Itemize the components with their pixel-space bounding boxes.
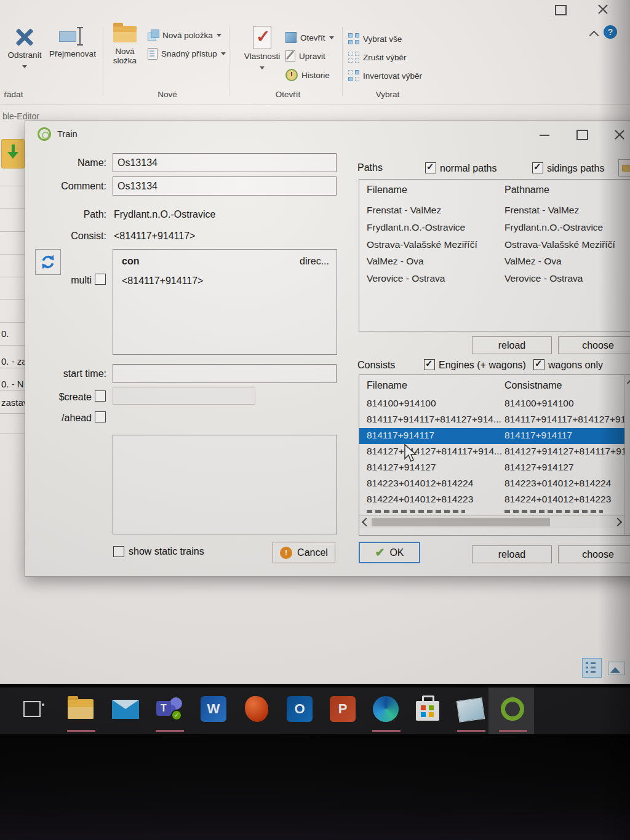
- consist-row[interactable]: 814223+014012+814224814223+014012+814224: [359, 476, 630, 492]
- mail-button[interactable]: [112, 696, 139, 723]
- new-item-button[interactable]: Nová položka: [148, 30, 221, 41]
- powerpoint-button[interactable]: P: [330, 696, 356, 722]
- history-button[interactable]: Historie: [285, 69, 330, 81]
- create-checkbox[interactable]: [95, 390, 106, 402]
- multi-checkbox[interactable]: [95, 274, 106, 285]
- explorer-maximize-button[interactable]: [555, 5, 567, 18]
- delete-button[interactable]: Odstranit: [5, 26, 44, 71]
- show-static-trains-checkbox[interactable]: [113, 546, 124, 557]
- path-row[interactable]: Verovice - OstravaVerovice - Ostrava: [359, 271, 630, 287]
- tablet-app-button[interactable]: [458, 696, 485, 723]
- explorer-close-button[interactable]: [597, 3, 609, 15]
- paths-choose-button[interactable]: choose: [558, 336, 630, 354]
- scroll-left-icon[interactable]: [362, 518, 370, 526]
- ahead-checkbox[interactable]: [95, 411, 106, 422]
- wagons-only-checkbox[interactable]: [533, 359, 544, 370]
- sidings-paths-checkbox[interactable]: [532, 162, 543, 173]
- file-explorer-button[interactable]: [68, 696, 95, 723]
- scrollbar-thumb[interactable]: [372, 518, 550, 526]
- consists-list[interactable]: Filename Consistname 814100+914100814100…: [359, 374, 630, 536]
- con-column-header[interactable]: con: [122, 256, 139, 267]
- chevron-down-icon: [329, 36, 334, 39]
- file-explorer-icon: [68, 699, 94, 719]
- download-arrow-icon[interactable]: [1, 139, 25, 168]
- consist-detail-list[interactable]: con direc... <814117+914117>: [113, 249, 337, 355]
- dialog-close-button[interactable]: [613, 129, 626, 141]
- new-item-icon: [148, 30, 159, 41]
- rename-label: Přejmenovat: [46, 49, 100, 58]
- consists-choose-button[interactable]: choose: [558, 545, 630, 563]
- scroll-right-icon[interactable]: [613, 518, 622, 526]
- word-button[interactable]: W: [201, 696, 226, 722]
- consist-entry[interactable]: <814117+914117>: [122, 275, 203, 287]
- vertical-scrollbar[interactable]: [624, 375, 630, 535]
- timetable-editor-button[interactable]: [500, 696, 527, 723]
- refresh-button[interactable]: [35, 249, 61, 275]
- browse-paths-button[interactable]: [618, 159, 630, 176]
- chevron-down-icon: [22, 65, 27, 68]
- task-view-button[interactable]: [22, 696, 49, 723]
- edit-button[interactable]: Upravit: [285, 50, 325, 61]
- start-time-input[interactable]: [113, 364, 337, 383]
- properties-button[interactable]: Vlastnosti: [242, 26, 282, 72]
- name-input[interactable]: [113, 153, 337, 172]
- select-none-button[interactable]: Zrušit výběr: [348, 52, 407, 63]
- normal-paths-checkbox[interactable]: [425, 162, 436, 173]
- comment-input[interactable]: [113, 176, 337, 196]
- table-row-fragment: 0.: [1, 328, 9, 339]
- ribbon-group-select: Vybrat: [363, 90, 412, 99]
- direction-column-header[interactable]: direc...: [300, 256, 329, 267]
- new-folder-button[interactable]: Nová složka: [106, 26, 144, 65]
- open-button[interactable]: Otevřít: [285, 32, 334, 43]
- easy-access-button[interactable]: Snadný přístup: [148, 48, 226, 60]
- ribbon-collapse-chevron-icon[interactable]: [589, 31, 599, 41]
- easy-access-label: Snadný přístup: [161, 49, 217, 58]
- consist-row-selected[interactable]: 814117+914117814117+914117: [359, 428, 626, 444]
- paths-reload-button[interactable]: reload: [472, 336, 552, 354]
- cancel-button[interactable]: ! Cancel: [273, 542, 335, 563]
- create-input[interactable]: [113, 387, 255, 405]
- dialog-maximize-button[interactable]: [576, 130, 588, 140]
- paths-list[interactable]: Filename Pathname Frenstat - ValMezFrens…: [359, 179, 630, 331]
- path-row[interactable]: Frydlant.n.O.-OstraviceFrydlant.n.O.-Ost…: [359, 220, 630, 236]
- engines-wagons-checkbox[interactable]: [424, 359, 435, 370]
- show-static-trains-label: show static trains: [129, 546, 204, 557]
- path-row[interactable]: Frenstat - ValMezFrenstat - ValMez: [359, 203, 630, 219]
- scroll-up-icon[interactable]: [627, 379, 630, 387]
- notes-textarea[interactable]: [113, 435, 337, 534]
- details-view-button[interactable]: [582, 658, 602, 678]
- consist-value: <814117+914117>: [114, 231, 195, 242]
- select-all-button[interactable]: Vybrat vše: [348, 33, 402, 44]
- select-none-label: Zrušit výběr: [363, 53, 407, 62]
- horizontal-scrollbar[interactable]: [359, 515, 626, 528]
- dialog-titlebar[interactable]: Train: [25, 121, 630, 148]
- invert-selection-label: Invertovat výběr: [363, 71, 422, 81]
- teams-button[interactable]: T ✓: [156, 696, 183, 722]
- rename-button[interactable]: Přejmenovat: [46, 26, 100, 58]
- history-icon: [285, 69, 298, 81]
- consists-filename-header[interactable]: Filename: [367, 380, 407, 391]
- consists-consistname-header[interactable]: Consistname: [504, 380, 562, 391]
- background-window-title: ble-Editor: [2, 111, 39, 121]
- help-icon[interactable]: ?: [604, 25, 617, 39]
- consist-row[interactable]: 814117+914117+814127+914...814117+914117…: [359, 412, 630, 428]
- paths-pathname-header[interactable]: Pathname: [504, 184, 549, 196]
- dialog-minimize-button[interactable]: [540, 135, 549, 136]
- consist-row[interactable]: 814224+014012+814223814224+014012+814223: [359, 492, 630, 508]
- edge-button[interactable]: [373, 696, 399, 722]
- thumbnail-view-button[interactable]: [608, 662, 625, 675]
- paths-filename-header[interactable]: Filename: [367, 184, 407, 196]
- consist-row[interactable]: 814100+914100814100+914100: [359, 396, 630, 412]
- consists-reload-button[interactable]: reload: [472, 545, 552, 563]
- consist-row[interactable]: 814127+914127814127+914127: [359, 460, 630, 476]
- office-button[interactable]: [245, 696, 268, 722]
- path-row[interactable]: Ostrava-Valašské MeziříčíOstrava-Valašsk…: [359, 237, 630, 253]
- ok-button[interactable]: ✔ OK: [359, 542, 420, 563]
- store-button[interactable]: [416, 696, 443, 723]
- invert-selection-button[interactable]: Invertovat výběr: [348, 70, 422, 81]
- mail-icon: [112, 700, 139, 719]
- consist-row-clipped[interactable]: [359, 508, 630, 514]
- consist-row[interactable]: 814127+914127+814117+914...814127+914127…: [359, 444, 630, 460]
- path-row[interactable]: ValMez - OvaValMez - Ova: [359, 254, 630, 270]
- outlook-button[interactable]: O: [287, 696, 313, 722]
